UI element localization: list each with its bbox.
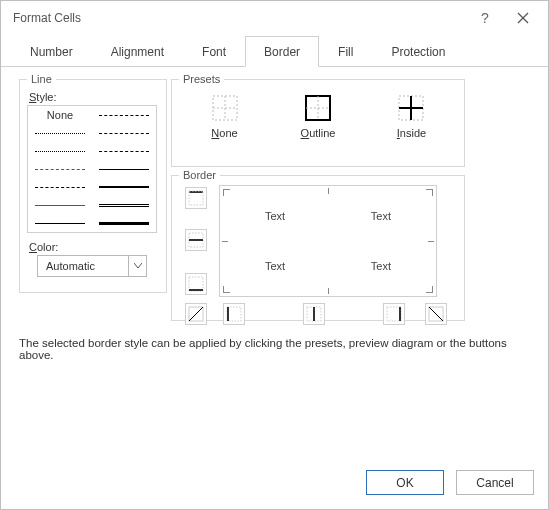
- preset-none-label: None: [211, 127, 237, 139]
- svg-rect-12: [189, 191, 203, 205]
- svg-rect-15: [189, 277, 203, 291]
- corner-marker: [223, 286, 230, 293]
- ok-button[interactable]: OK: [366, 470, 444, 495]
- tab-fill[interactable]: Fill: [319, 36, 372, 67]
- border-bottom-button[interactable]: [185, 273, 207, 295]
- tab-alignment[interactable]: Alignment: [92, 36, 183, 67]
- border-left-button[interactable]: [223, 303, 245, 325]
- presets-group-label: Presets: [179, 73, 224, 85]
- window-title: Format Cells: [13, 11, 466, 25]
- line-style-opt[interactable]: [28, 178, 92, 196]
- preset-outline-icon: [304, 94, 332, 122]
- titlebar: Format Cells ?: [1, 1, 548, 35]
- line-style-opt[interactable]: [92, 124, 156, 142]
- tab-number[interactable]: Number: [11, 36, 92, 67]
- corner-marker: [426, 286, 433, 293]
- svg-rect-23: [387, 307, 401, 321]
- color-label: Color:: [29, 241, 159, 253]
- line-style-opt[interactable]: [92, 142, 156, 160]
- preview-text: Text: [371, 260, 391, 272]
- border-inner-h-icon: [188, 232, 204, 248]
- tick-marker: [428, 241, 434, 242]
- preset-none[interactable]: [210, 93, 240, 123]
- border-group-label: Border: [179, 169, 220, 181]
- border-right-icon: [386, 306, 402, 322]
- line-color-combo[interactable]: Automatic: [37, 255, 147, 277]
- line-style-opt[interactable]: [92, 178, 156, 196]
- svg-line-18: [189, 307, 203, 321]
- border-top-icon: [188, 190, 204, 206]
- preview-text: Text: [371, 210, 391, 222]
- preset-inside[interactable]: [396, 93, 426, 123]
- line-color-value: Automatic: [38, 260, 128, 272]
- border-top-button[interactable]: [185, 187, 207, 209]
- preset-outline[interactable]: [303, 93, 333, 123]
- close-button[interactable]: [504, 3, 542, 33]
- preset-outline-label: Outline: [301, 127, 336, 139]
- preview-text: Text: [265, 260, 285, 272]
- border-preview[interactable]: Text Text Text Text: [219, 185, 437, 297]
- close-icon: [517, 12, 529, 24]
- tab-font[interactable]: Font: [183, 36, 245, 67]
- line-style-none[interactable]: None: [28, 106, 92, 124]
- corner-marker: [426, 189, 433, 196]
- tick-marker: [328, 288, 329, 294]
- border-right-button[interactable]: [383, 303, 405, 325]
- border-left-icon: [226, 306, 242, 322]
- line-group: Line Style: None Color: Automatic: [19, 73, 167, 293]
- line-style-opt[interactable]: [28, 196, 92, 214]
- style-label: Style:: [29, 91, 159, 103]
- help-button[interactable]: ?: [466, 3, 504, 33]
- tab-content-border: Line Style: None Color: Automatic: [1, 67, 548, 487]
- preset-inside-label: Inside: [397, 127, 426, 139]
- line-style-opt[interactable]: [28, 124, 92, 142]
- chevron-down-icon: [128, 256, 146, 276]
- preset-inside-icon: [397, 94, 425, 122]
- border-diag-down-button[interactable]: [425, 303, 447, 325]
- line-style-opt[interactable]: [92, 196, 156, 214]
- line-style-opt[interactable]: [28, 214, 92, 232]
- tick-marker: [328, 188, 329, 194]
- svg-line-26: [429, 307, 443, 321]
- border-diag-up-button[interactable]: [185, 303, 207, 325]
- diag-down-icon: [428, 306, 444, 322]
- border-bottom-icon: [188, 276, 204, 292]
- tab-protection[interactable]: Protection: [372, 36, 464, 67]
- preview-text: Text: [265, 210, 285, 222]
- line-style-opt[interactable]: [92, 160, 156, 178]
- tick-marker: [222, 241, 228, 242]
- hint-text: The selected border style can be applied…: [19, 337, 530, 361]
- diag-up-icon: [188, 306, 204, 322]
- presets-group: Presets None: [171, 73, 465, 167]
- format-cells-dialog: Format Cells ? Number Alignment Font Bor…: [0, 0, 549, 510]
- border-inner-horizontal-button[interactable]: [185, 229, 207, 251]
- line-style-opt[interactable]: [28, 142, 92, 160]
- tab-border[interactable]: Border: [245, 36, 319, 67]
- line-style-opt[interactable]: [92, 106, 156, 124]
- tab-strip: Number Alignment Font Border Fill Protec…: [1, 35, 548, 67]
- svg-rect-19: [227, 307, 241, 321]
- line-group-label: Line: [27, 73, 56, 85]
- corner-marker: [223, 189, 230, 196]
- line-style-picker[interactable]: None: [27, 105, 157, 233]
- cancel-button[interactable]: Cancel: [456, 470, 534, 495]
- dialog-footer: OK Cancel: [366, 470, 534, 495]
- border-inner-vertical-button[interactable]: [303, 303, 325, 325]
- line-style-opt[interactable]: [92, 214, 156, 232]
- preset-none-icon: [211, 94, 239, 122]
- line-style-opt[interactable]: [28, 160, 92, 178]
- border-inner-v-icon: [306, 306, 322, 322]
- border-group: Border: [171, 169, 465, 321]
